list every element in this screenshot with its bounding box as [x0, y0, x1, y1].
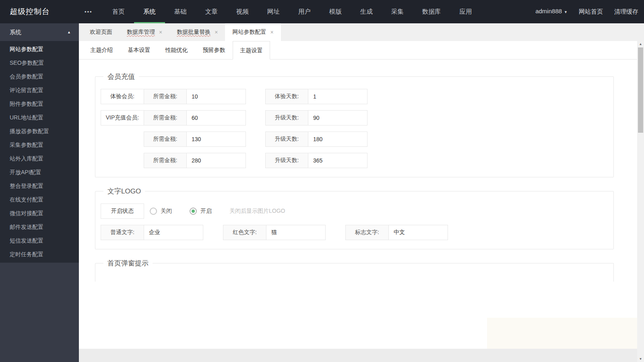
member-row-3: 所需金额: 升级天数: — [101, 132, 613, 147]
days-input-2[interactable] — [308, 111, 367, 125]
sidebar-item-site-params[interactable]: 网站参数配置 — [0, 42, 79, 56]
subtab-basic-settings[interactable]: 基本设置 — [120, 41, 158, 59]
username: admin888 — [535, 8, 562, 14]
nav-item-url[interactable]: 网址 — [258, 0, 289, 23]
sidebar-item-attachment-params[interactable]: 附件参数配置 — [0, 97, 79, 111]
days-label-2: 升级天数: — [266, 111, 308, 125]
vip-member-label: VIP充值会员: — [101, 110, 144, 125]
tab-batch-replace[interactable]: 数据批量替换 × — [169, 23, 225, 41]
tab-site-params[interactable]: 网站参数配置 × — [225, 23, 281, 41]
nav-item-user[interactable]: 用户 — [289, 0, 320, 23]
days-input-1[interactable] — [308, 89, 367, 104]
vertical-scrollbar[interactable]: ▲ ▼ — [637, 41, 644, 362]
red-text-input[interactable] — [266, 225, 325, 240]
sidebar-menu: 网站参数配置 SEO参数配置 会员参数配置 评论留言配置 附件参数配置 URL地… — [0, 41, 79, 263]
amount-input-2[interactable] — [187, 111, 246, 125]
sidebar-item-player-params[interactable]: 播放器参数配置 — [0, 124, 79, 138]
normal-text-input[interactable] — [144, 225, 203, 240]
red-text-label: 红色文字: — [223, 225, 266, 240]
nav-item-template[interactable]: 模版 — [320, 0, 351, 23]
tab-batch-replace-label: 数据批量替换 — [177, 29, 211, 36]
tab-welcome[interactable]: 欢迎页面 — [83, 23, 120, 41]
amount-group-1: 所需金额: — [144, 89, 246, 104]
radio-on-label: 开启 — [200, 208, 212, 215]
sidebar-item-cron[interactable]: 定时任务配置 — [0, 247, 79, 261]
nav-item-system[interactable]: 系统 — [134, 0, 165, 23]
nav-item-article[interactable]: 文章 — [196, 0, 227, 23]
amount-input-3[interactable] — [187, 132, 246, 146]
subtab-reserved-params[interactable]: 预留参数 — [195, 41, 233, 59]
sidebar-item-sms[interactable]: 短信发送配置 — [0, 234, 79, 247]
days-input-4[interactable] — [308, 153, 367, 168]
sidebar-item-wechat[interactable]: 微信对接配置 — [0, 206, 79, 220]
mark-text-group: 标志文字: — [345, 225, 448, 240]
member-recharge-section: 会员充值 体验会员: 所需金额: 体验天数: VIP充值会员: 所需金额: — [95, 76, 614, 177]
days-input-3[interactable] — [308, 132, 367, 146]
logo-text-row: 普通文字: 红色文字: 标志文字: — [101, 225, 613, 240]
clear-cache-link[interactable]: 清理缓存 — [609, 0, 644, 23]
sidebar-item-comment-config[interactable]: 评论留言配置 — [0, 83, 79, 97]
nav-item-generate[interactable]: 生成 — [351, 0, 382, 23]
radio-on[interactable]: 开启 — [190, 204, 212, 219]
nav-item-video[interactable]: 视频 — [227, 0, 258, 23]
amount-input-4[interactable] — [187, 153, 246, 168]
sidebar-item-open-api[interactable]: 开放API配置 — [0, 165, 79, 179]
days-label-4: 升级天数: — [266, 153, 308, 168]
radio-off-label: 关闭 — [161, 208, 172, 215]
sidebar-item-online-payment[interactable]: 在线支付配置 — [0, 193, 79, 206]
nav-item-collect[interactable]: 采集 — [382, 0, 413, 23]
nav-item-database[interactable]: 数据库 — [413, 0, 450, 23]
scroll-up-icon[interactable]: ▲ — [637, 41, 644, 47]
member-row-1: 体验会员: 所需金额: 体验天数: — [101, 89, 613, 104]
sidebar-item-member-params[interactable]: 会员参数配置 — [0, 70, 79, 83]
mark-text-input[interactable] — [389, 225, 448, 240]
amount-label-1: 所需金额: — [144, 89, 187, 104]
amount-input-1[interactable] — [187, 89, 246, 104]
sidebar-item-url-config[interactable]: URL地址配置 — [0, 111, 79, 124]
trial-member-label: 体验会员: — [101, 89, 144, 104]
collapse-arrow-icon: ▲ — [67, 23, 71, 41]
header-right: admin888▼ 网站首页 清理缓存 — [530, 0, 644, 23]
status-label: 开启状态 — [101, 204, 144, 219]
close-icon[interactable]: × — [270, 29, 273, 35]
days-group-3: 升级天数: — [265, 132, 367, 147]
site-home-link[interactable]: 网站首页 — [573, 0, 609, 23]
days-group-1: 体验天数: — [265, 89, 367, 104]
content-tabbar: 欢迎页面 数据库管理 × 数据批量替换 × 网站参数配置 × — [79, 23, 644, 41]
days-group-4: 升级天数: — [265, 153, 367, 168]
member-row-4: 所需金额: 升级天数: — [101, 153, 613, 168]
close-icon[interactable]: × — [215, 29, 218, 35]
amount-label-3: 所需金额: — [144, 132, 187, 146]
radio-on-circle-icon — [190, 208, 197, 215]
tab-site-params-label: 网站参数配置 — [232, 29, 266, 36]
more-menu-icon[interactable]: ••• — [85, 9, 93, 15]
text-logo-legend: 文字LOGO — [103, 187, 145, 196]
subtab-theme-settings[interactable]: 主题设置 — [233, 41, 270, 60]
scroll-down-icon[interactable]: ▼ — [637, 356, 644, 362]
scrollbar-thumb[interactable] — [638, 47, 643, 133]
app-title: 超级控制台 — [0, 6, 79, 17]
sidebar-group-system[interactable]: 系统 ▲ — [0, 23, 79, 41]
normal-text-group: 普通文字: — [101, 225, 203, 240]
sidebar-item-collect-params[interactable]: 采集参数配置 — [0, 138, 79, 152]
nav-item-app[interactable]: 应用 — [450, 0, 481, 23]
nav-item-basic[interactable]: 基础 — [165, 0, 196, 23]
sidebar-item-integrated-login[interactable]: 整合登录配置 — [0, 179, 79, 193]
close-icon[interactable]: × — [159, 29, 162, 35]
sidebar-item-email[interactable]: 邮件发送配置 — [0, 220, 79, 234]
caret-down-icon: ▼ — [564, 10, 568, 14]
subtab-performance[interactable]: 性能优化 — [158, 41, 195, 59]
top-nav: 首页 系统 基础 文章 视频 网址 用户 模版 生成 采集 数据库 应用 — [103, 0, 481, 23]
member-recharge-legend: 会员充值 — [103, 72, 139, 81]
sidebar-item-external-storage[interactable]: 站外入库配置 — [0, 152, 79, 165]
tab-database-manage[interactable]: 数据库管理 × — [120, 23, 169, 41]
radio-off[interactable]: 关闭 — [150, 204, 172, 219]
nav-item-home[interactable]: 首页 — [103, 0, 134, 23]
form-area: 会员充值 体验会员: 所需金额: 体验天数: VIP充值会员: 所需金额: — [79, 60, 637, 282]
radio-off-circle-icon — [150, 208, 157, 215]
user-dropdown[interactable]: admin888▼ — [530, 0, 573, 24]
sidebar-item-seo-params[interactable]: SEO参数配置 — [0, 56, 79, 70]
red-text-group: 红色文字: — [223, 225, 326, 240]
subtab-theme-intro[interactable]: 主题介绍 — [83, 41, 120, 59]
member-row-2: VIP充值会员: 所需金额: 升级天数: — [101, 110, 613, 125]
